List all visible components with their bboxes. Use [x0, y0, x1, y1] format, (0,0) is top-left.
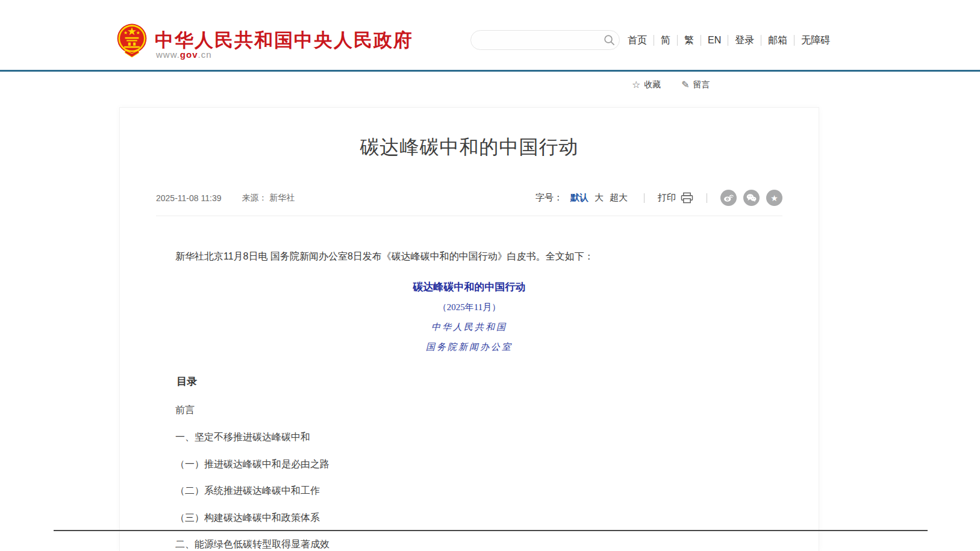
nav-english[interactable]: EN: [701, 35, 728, 46]
article-source: 来源： 新华社: [242, 193, 295, 204]
printer-icon: [681, 192, 693, 204]
document-heading-block: 碳达峰碳中和的中国行动 （2025年11月） 中华人民共和国 国务院新闻办公室: [156, 280, 782, 353]
site-url: www.gov.cn: [156, 49, 212, 60]
article-meta-row: 2025-11-08 11:39 来源： 新华社 字号： 默认 大 超大 打印: [156, 190, 782, 216]
nav-traditional[interactable]: 繁: [677, 35, 701, 46]
header-divider-line: [0, 70, 980, 72]
vertical-divider: [707, 193, 707, 203]
site-header: 中华人民共和国中央人民政府 www.gov.cn 首页 简 繁 EN 登录 邮箱…: [0, 0, 980, 70]
nav-simplified[interactable]: 简: [654, 35, 677, 46]
toc-item-section1-3: （三）构建碳达峰碳中和政策体系: [156, 512, 782, 523]
search-button[interactable]: [599, 30, 619, 50]
search-box: [470, 30, 620, 50]
document-title: 碳达峰碳中和的中国行动: [156, 280, 782, 294]
article-meta-right: 字号： 默认 大 超大 打印: [535, 190, 782, 206]
site-url-www: www.: [156, 49, 180, 60]
fontsize-default-button[interactable]: 默认: [570, 192, 588, 204]
lead-paragraph: 新华社北京11月8日电 国务院新闻办公室8日发布《碳达峰碳中和的中国行动》白皮书…: [156, 250, 782, 263]
toc-item-section1-2: （二）系统推进碳达峰碳中和工作: [156, 485, 782, 496]
viewport-bottom-edge: [54, 530, 928, 531]
nav-login[interactable]: 登录: [728, 35, 761, 46]
wechat-icon: [746, 193, 757, 202]
star-icon: ★: [770, 194, 778, 202]
print-button[interactable]: 打印: [658, 192, 693, 204]
star-outline-icon: ☆: [632, 79, 640, 90]
search-icon: [604, 34, 615, 46]
toc-heading: 目录: [156, 375, 782, 388]
document-org-line1: 中华人民共和国: [156, 322, 782, 333]
share-group: ★: [720, 190, 782, 206]
national-emblem-logo: [116, 23, 148, 59]
share-more-button[interactable]: ★: [766, 190, 782, 206]
toc-item-section1: 一、坚定不移推进碳达峰碳中和: [156, 432, 782, 443]
print-label: 打印: [658, 192, 676, 204]
search-input[interactable]: [471, 36, 599, 45]
share-weibo-button[interactable]: [720, 190, 737, 206]
toc-item-section1-1: （一）推进碳达峰碳中和是必由之路: [156, 459, 782, 470]
vertical-divider: [644, 193, 644, 203]
document-org-line2: 国务院新闻办公室: [156, 341, 782, 353]
share-wechat-button[interactable]: [743, 190, 760, 206]
nav-home[interactable]: 首页: [628, 35, 654, 46]
weibo-icon: [723, 193, 734, 202]
page-tools: ☆ 收藏 ✎ 留言: [632, 79, 710, 90]
top-navigation: 首页 简 繁 EN 登录 邮箱 无障碍: [628, 33, 837, 48]
nav-mail[interactable]: 邮箱: [761, 35, 794, 46]
favorite-button[interactable]: ☆ 收藏: [632, 79, 661, 90]
article-title: 碳达峰碳中和的中国行动: [120, 134, 819, 161]
site-url-cn: .cn: [198, 49, 212, 60]
document-date: （2025年11月）: [156, 302, 782, 313]
toc-item-section2: 二、能源绿色低碳转型取得显著成效: [156, 539, 782, 550]
favorite-label: 收藏: [644, 79, 661, 90]
pencil-icon: ✎: [681, 79, 689, 90]
article-card: 碳达峰碳中和的中国行动 2025-11-08 11:39 来源： 新华社 字号：…: [119, 107, 819, 551]
fontsize-xlarge-button[interactable]: 超大: [610, 192, 628, 204]
fontsize-label: 字号：: [535, 192, 563, 204]
toc-item-preface: 前言: [156, 405, 782, 416]
comment-label: 留言: [693, 79, 710, 90]
site-url-gov: gov: [180, 49, 198, 60]
nav-accessibility[interactable]: 无障碍: [794, 35, 837, 46]
article-body: 新华社北京11月8日电 国务院新闻办公室8日发布《碳达峰碳中和的中国行动》白皮书…: [120, 250, 819, 551]
article-date: 2025-11-08 11:39: [156, 193, 221, 203]
article-meta-left: 2025-11-08 11:39 来源： 新华社: [156, 193, 295, 204]
fontsize-large-button[interactable]: 大: [595, 192, 604, 204]
comment-button[interactable]: ✎ 留言: [681, 79, 710, 90]
